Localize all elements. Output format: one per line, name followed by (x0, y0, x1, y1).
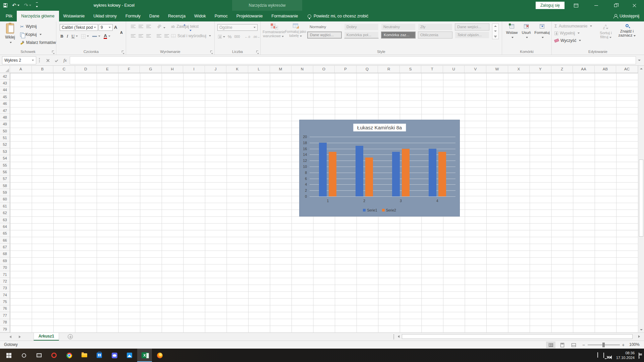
taskbar-firefox-button[interactable] (152, 349, 167, 362)
column-header-w[interactable]: W (486, 66, 508, 73)
tab-formuły[interactable]: Formuły (121, 11, 145, 21)
fill-button[interactable]: Wypełnij (554, 31, 580, 36)
cell-style-komórka-poł[interactable]: Komórka poł... (344, 32, 379, 39)
cancel-entry-button[interactable] (44, 56, 52, 64)
gallery-up-icon[interactable] (494, 25, 497, 27)
row-header-55[interactable]: 55 (0, 162, 10, 169)
select-all-corner[interactable] (0, 66, 10, 73)
conditional-formatting-button[interactable]: ≠ Formatowanie warunkowe (263, 23, 284, 38)
column-header-y[interactable]: Y (530, 66, 551, 73)
tell-me-box[interactable]: Powiedz mi, co chcesz zrobić (308, 11, 368, 21)
row-header-45[interactable]: 45 (0, 94, 10, 100)
paste-button[interactable]: Wklej (3, 23, 17, 47)
legend-item-serie1[interactable]: Serie1 (363, 208, 377, 212)
row-header-76[interactable]: 76 (0, 305, 10, 312)
column-header-z[interactable]: Z (551, 66, 573, 73)
column-header-f[interactable]: F (118, 66, 140, 73)
fill-color-button[interactable] (92, 36, 97, 37)
embedded-chart[interactable]: Łukasz Kamiński 8a Serie1Serie2 02468101… (299, 120, 460, 217)
column-header-q[interactable]: Q (357, 66, 378, 73)
cell-style-obliczenia[interactable]: Obliczenia (418, 32, 452, 39)
wrap-text-button[interactable]: ab Zawijaj tekst (171, 24, 199, 29)
ribbon-display-options-button[interactable] (569, 0, 584, 11)
taskbar-clock[interactable]: 08:36 17.10.2024 (616, 351, 635, 360)
borders-button[interactable] (81, 34, 86, 39)
row-header-43[interactable]: 43 (0, 80, 10, 86)
row-header-74[interactable]: 74 (0, 292, 10, 298)
row-header-72[interactable]: 72 (0, 278, 10, 285)
cell-style-neutralny[interactable]: Neutralny (381, 23, 416, 31)
underline-button[interactable]: U (71, 34, 74, 39)
column-header-u[interactable]: U (443, 66, 465, 73)
gallery-more-icon[interactable] (494, 36, 497, 37)
row-header-47[interactable]: 47 (0, 107, 10, 114)
column-header-v[interactable]: V (465, 66, 486, 73)
column-header-ac[interactable]: AC (616, 66, 638, 73)
column-header-i[interactable]: I (183, 66, 205, 73)
chart-bar-serie2-1[interactable] (329, 152, 336, 197)
tab-recenzja[interactable]: Recenzja (164, 11, 190, 21)
page-layout-view-button[interactable] (557, 342, 567, 348)
scroll-right-button[interactable] (638, 335, 640, 338)
zoom-level[interactable]: 100% (629, 342, 640, 347)
minimize-button[interactable] (589, 0, 604, 11)
row-header-77[interactable]: 77 (0, 312, 10, 319)
format-painter-button[interactable]: Malarz formatów (20, 40, 56, 45)
cut-button[interactable]: ✂Wytnij (20, 24, 37, 29)
undo-button[interactable]: ↶ (12, 2, 19, 8)
row-header-42[interactable]: 42 (0, 73, 10, 80)
chart-title[interactable]: Łukasz Kamiński 8a (353, 124, 406, 131)
row-header-50[interactable]: 50 (0, 128, 10, 134)
row-header-49[interactable]: 49 (0, 121, 10, 128)
sign-in-button[interactable]: Zaloguj się (536, 2, 565, 9)
tab-scroll-splitter[interactable] (393, 334, 394, 340)
chart-bar-serie2-2[interactable] (365, 158, 373, 196)
taskbar-task-view-button[interactable] (32, 349, 46, 362)
save-button[interactable] (3, 3, 7, 7)
format-cells-button[interactable]: Formatuj (534, 24, 550, 39)
taskbar-opera-button[interactable] (47, 349, 61, 362)
row-header-70[interactable]: 70 (0, 264, 10, 271)
align-middle-icon[interactable] (139, 25, 143, 28)
zoom-slider-thumb[interactable] (602, 343, 605, 347)
taskbar-search-button[interactable] (16, 349, 31, 362)
column-header-h[interactable]: H (162, 66, 183, 73)
column-header-d[interactable]: D (75, 66, 97, 73)
restore-button[interactable] (608, 0, 623, 11)
comma-style-icon[interactable]: 000 (234, 35, 240, 39)
orientation-button[interactable]: ab (156, 23, 162, 29)
scroll-down-button[interactable] (638, 327, 644, 333)
zoom-out-button[interactable]: − (582, 342, 585, 348)
vertical-scroll-thumb[interactable] (639, 160, 643, 237)
tab-pomoc[interactable]: Pomoc (210, 11, 232, 21)
scroll-up-button[interactable] (638, 66, 644, 71)
row-header-59[interactable]: 59 (0, 189, 10, 196)
row-header-65[interactable]: 65 (0, 230, 10, 237)
taskbar-file-explorer-button[interactable] (77, 349, 92, 362)
row-header-52[interactable]: 52 (0, 141, 10, 148)
chart-bar-serie1-2[interactable] (356, 146, 363, 196)
tab-plik[interactable]: Plik (1, 11, 17, 21)
chart-bar-serie1-4[interactable] (429, 149, 436, 196)
row-header-58[interactable]: 58 (0, 182, 10, 189)
insert-cells-button[interactable]: Wstaw (505, 24, 519, 39)
column-header-r[interactable]: R (378, 66, 400, 73)
customize-qat-button[interactable] (36, 2, 38, 8)
decrease-decimal-icon[interactable]: .00→ (253, 35, 260, 39)
increase-decimal-icon[interactable]: ←.0 (245, 35, 250, 39)
sort-filter-button[interactable]: AZ Sortuj i filtruj (596, 24, 615, 39)
page-break-view-button[interactable] (569, 342, 578, 348)
column-header-s[interactable]: S (400, 66, 422, 73)
column-header-n[interactable]: N (291, 66, 313, 73)
font-color-button[interactable]: A (104, 34, 107, 39)
row-header-46[interactable]: 46 (0, 101, 10, 107)
chart-bar-serie1-3[interactable] (392, 152, 400, 197)
column-header-aa[interactable]: AA (573, 66, 595, 73)
tab-projektowanie[interactable]: Projektowanie (232, 11, 267, 21)
scroll-left-button[interactable] (398, 335, 399, 338)
row-header-60[interactable]: 60 (0, 196, 10, 203)
sheet-tab-arkusz1[interactable]: Arkusz1 (34, 333, 59, 341)
dialog-launcher-icon[interactable] (52, 51, 55, 53)
clear-button[interactable]: Wyczyść (554, 38, 581, 43)
row-header-63[interactable]: 63 (0, 217, 10, 223)
